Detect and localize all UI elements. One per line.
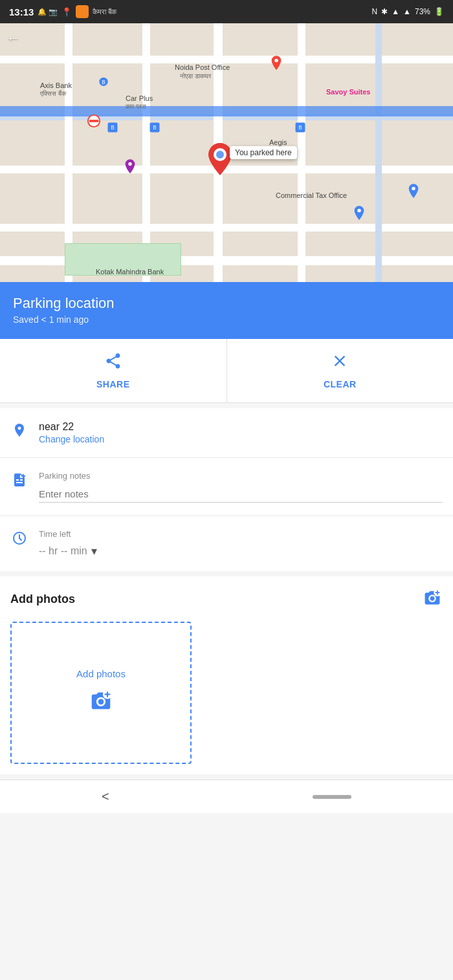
- svg-text:B: B: [111, 125, 115, 131]
- note-icon: [10, 472, 28, 492]
- poi-aegis: [352, 206, 366, 225]
- poi-bus1: B: [107, 122, 118, 136]
- poi-tax: [406, 184, 421, 203]
- svg-text:B: B: [153, 125, 157, 131]
- signal-icon: ▲: [403, 7, 411, 16]
- notes-content: Parking notes: [39, 471, 443, 503]
- parking-marker: [207, 143, 233, 178]
- carrier-text: कैमरा बैंक: [93, 8, 116, 16]
- svg-point-8: [274, 59, 278, 63]
- location-row: near 22 Change location: [0, 408, 453, 458]
- wifi-icon: ▲: [392, 7, 399, 16]
- notes-row: Parking notes: [0, 458, 453, 516]
- nav-bar: <: [0, 779, 453, 813]
- clock-icon: [10, 530, 28, 550]
- action-row: SHARE CLEAR: [0, 339, 453, 403]
- svg-point-21: [98, 699, 104, 704]
- parking-saved-time: Saved < 1 min ago: [13, 314, 440, 325]
- poi-bus2: B: [149, 122, 160, 136]
- battery-icon: 🔋: [434, 7, 444, 16]
- share-icon: [104, 352, 122, 374]
- status-bar: 13:13 🔔 📷 📍 कैमरा बैंक N ✱ ▲ ▲ 73% 🔋: [0, 0, 453, 23]
- parked-bubble: You parked here: [230, 146, 297, 159]
- map-label-aegis: Aegis: [269, 138, 287, 146]
- add-photo-box[interactable]: Add photos: [10, 622, 192, 764]
- map-label-post-office-hindi: नोएडा डाकघर: [180, 72, 211, 80]
- parking-title: Parking location: [13, 295, 440, 312]
- blue-road: [0, 106, 453, 116]
- road-v4: [298, 23, 305, 282]
- notes-label: Parking notes: [39, 471, 443, 481]
- notes-input[interactable]: [39, 486, 443, 503]
- svg-point-9: [128, 162, 132, 166]
- share-label: SHARE: [96, 379, 130, 389]
- share-button[interactable]: SHARE: [0, 339, 227, 402]
- photos-section: Add photos Add photos: [0, 576, 453, 774]
- svg-point-16: [357, 209, 361, 213]
- svg-text:B: B: [298, 125, 302, 131]
- change-location-link[interactable]: Change location: [39, 434, 443, 444]
- clear-label: CLEAR: [324, 379, 357, 389]
- map-area[interactable]: Noida Post Office नोएडा डाकघर Axis Bank …: [0, 23, 453, 282]
- nav-pill: [313, 795, 351, 799]
- svg-text:B: B: [102, 79, 105, 85]
- status-left: 13:13 🔔 📷 📍 कैमरा बैंक: [9, 5, 117, 18]
- add-photo-camera-button[interactable]: [422, 587, 443, 611]
- add-photo-label: Add photos: [76, 668, 126, 679]
- nav-back-button[interactable]: <: [102, 789, 109, 804]
- map-label-post-office: Noida Post Office: [175, 63, 230, 71]
- status-time: 13:13: [9, 6, 34, 17]
- battery-percent: 73%: [415, 7, 430, 16]
- clear-button[interactable]: CLEAR: [227, 339, 454, 402]
- map-label-axis-hindi: एक्सिस बैंक: [40, 90, 66, 98]
- poi-purple: [123, 159, 137, 179]
- notification-icons: 🔔 📷: [38, 8, 58, 16]
- location-content: near 22 Change location: [39, 421, 443, 444]
- info-section: near 22 Change location Parking notes: [0, 408, 453, 571]
- nfc-icon: N: [372, 7, 378, 16]
- map-label-carplus-hindi: कार प्लस: [126, 103, 146, 111]
- clear-icon: [331, 352, 349, 374]
- parking-header: Parking location Saved < 1 min ago: [0, 282, 453, 339]
- map-label-carplus: Car Plus: [126, 94, 153, 102]
- location-icon: [10, 422, 28, 442]
- time-content: Time left -- hr -- min ▾: [39, 529, 443, 558]
- time-display: -- hr -- min: [39, 545, 87, 557]
- time-selector[interactable]: -- hr -- min ▾: [39, 544, 443, 558]
- status-right: N ✱ ▲ ▲ 73% 🔋: [372, 7, 444, 16]
- poi-bus3: B: [294, 122, 306, 136]
- location-address: near 22: [39, 421, 443, 433]
- bluetooth-icon: ✱: [381, 7, 388, 16]
- poi-postoffice: [269, 56, 283, 75]
- map-label-kotak: Kotak Mahindra Bank: [96, 268, 164, 276]
- time-label: Time left: [39, 529, 443, 539]
- dropdown-arrow-icon[interactable]: ▾: [91, 544, 97, 558]
- map-back-button[interactable]: ←: [6, 30, 21, 47]
- map-background: Noida Post Office नोएडा डाकघर Axis Bank …: [0, 23, 453, 282]
- orange-indicator: [76, 5, 89, 18]
- add-photo-icon: [88, 687, 114, 718]
- svg-point-10: [412, 187, 415, 191]
- time-row: Time left -- hr -- min ▾: [0, 516, 453, 571]
- svg-point-15: [216, 151, 224, 158]
- map-label-tax: Commercial Tax Office: [276, 191, 347, 199]
- photos-title: Add photos: [10, 593, 75, 606]
- location-status-icon: 📍: [61, 7, 72, 17]
- map-label-axis: Axis Bank: [40, 82, 72, 89]
- poi-axis-bank: B: [97, 76, 110, 92]
- road-main-v1: [375, 23, 382, 282]
- map-label-savoy: Savoy Suites: [326, 88, 370, 96]
- photos-header: Add photos: [10, 587, 443, 611]
- svg-point-19: [430, 596, 435, 601]
- poi-no-entry: [87, 114, 101, 131]
